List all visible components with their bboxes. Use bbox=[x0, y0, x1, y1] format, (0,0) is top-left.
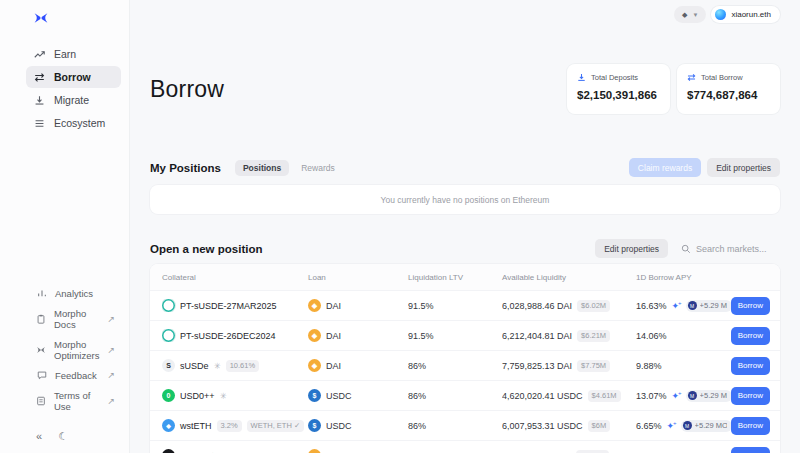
external-link-icon: ↗ bbox=[107, 345, 115, 355]
sidebar-footer: Analytics Morpho Docs ↗ Morpho Optimizer… bbox=[0, 283, 129, 443]
sidebar-item-label: Ecosystem bbox=[54, 117, 105, 129]
collapse-sidebar-icon[interactable]: « bbox=[36, 430, 42, 443]
morpho-reward-badge: M+5.29 MORPHO bbox=[686, 390, 732, 402]
wallet-button[interactable]: xiaorun.eth bbox=[711, 6, 780, 23]
my-positions-header: My Positions Positions Rewards Claim rew… bbox=[150, 158, 780, 177]
external-link-icon: ↗ bbox=[107, 396, 115, 406]
external-link-icon: ↗ bbox=[107, 370, 115, 380]
stat-label: Total Deposits bbox=[591, 73, 638, 82]
chat-icon bbox=[36, 370, 47, 380]
usdc-token-icon bbox=[308, 419, 321, 432]
borrow-button[interactable]: Borrow bbox=[731, 327, 770, 345]
ethereum-icon: ◆ bbox=[682, 11, 687, 19]
table-row[interactable]: PT-sUSDE-26DEC2024 DAI 91.5% 6,212,404.8… bbox=[150, 320, 780, 350]
sidebar-item-feedback[interactable]: Feedback ↗ bbox=[0, 365, 129, 385]
trending-up-icon bbox=[33, 49, 45, 60]
morpho-logo[interactable] bbox=[0, 10, 129, 42]
sidebar-item-morpho-optimizers[interactable]: Morpho Optimizers ↗ bbox=[0, 334, 129, 365]
rewards-sparkle-icon: ✦+ bbox=[672, 390, 681, 401]
column-header: Loan bbox=[308, 273, 408, 282]
borrow-button[interactable]: Borrow bbox=[731, 297, 770, 315]
deposit-down-icon bbox=[577, 73, 586, 82]
borrow-button[interactable]: Borrow bbox=[731, 357, 770, 375]
sidebar-item-label: Borrow bbox=[54, 71, 91, 83]
edit-properties-button[interactable]: Edit properties bbox=[595, 239, 668, 258]
app-root: Earn Borrow Migrate Ecosystem bbox=[0, 0, 800, 453]
column-header: Available Liquidity bbox=[502, 273, 636, 282]
usd-value-badge: $7.75M bbox=[577, 360, 610, 372]
search-icon bbox=[681, 244, 691, 254]
avatar bbox=[715, 9, 726, 20]
usd0-token-icon bbox=[162, 389, 175, 402]
points-sparkle-icon: ✳ bbox=[220, 391, 227, 401]
morpho-reward-badge: M+5.29 MORPHO bbox=[681, 420, 732, 432]
collateral-assets-badge: WETH, ETH ✓ bbox=[247, 420, 305, 432]
usd-value-badge: $6.02M bbox=[577, 300, 610, 312]
sidebar-item-earn[interactable]: Earn bbox=[26, 43, 121, 65]
dai-token-icon bbox=[308, 359, 321, 372]
page-title: Borrow bbox=[150, 76, 224, 103]
apy-badge: 10.61% bbox=[226, 360, 259, 372]
claim-rewards-button[interactable]: Claim rewards bbox=[629, 158, 701, 177]
apy-badge: 3.2% bbox=[217, 420, 242, 432]
total-deposits-value: $2,150,391,866 bbox=[577, 89, 660, 101]
usd-value-badge: $3.11M bbox=[576, 450, 608, 453]
footer-item-label: Terms of Use bbox=[54, 390, 99, 412]
rewards-sparkle-icon: ✦+ bbox=[672, 300, 681, 311]
borrow-button[interactable]: Borrow bbox=[731, 447, 770, 453]
usde-token-icon bbox=[162, 449, 175, 453]
swap-arrows-icon bbox=[687, 73, 696, 82]
stats: Total Deposits $2,150,391,866 Total Borr… bbox=[567, 64, 780, 114]
tab-rewards[interactable]: Rewards bbox=[293, 160, 343, 176]
sidebar-item-terms-of-use[interactable]: Terms of Use ↗ bbox=[0, 385, 129, 416]
markets-table: Collateral Loan Liquidation LTV Availabl… bbox=[150, 264, 780, 453]
table-header-row: Collateral Loan Liquidation LTV Availabl… bbox=[150, 264, 780, 290]
edit-properties-button[interactable]: Edit properties bbox=[707, 158, 780, 177]
tab-positions[interactable]: Positions bbox=[235, 160, 289, 176]
dai-token-icon bbox=[308, 449, 321, 453]
market-search bbox=[681, 244, 780, 254]
file-icon bbox=[36, 396, 46, 406]
dai-token-icon bbox=[308, 329, 321, 342]
search-input[interactable] bbox=[696, 244, 780, 254]
table-row[interactable]: wstETH3.2%WETH, ETH ✓ USDC 86% 6,007,953… bbox=[150, 410, 780, 440]
sidebar-item-label: Migrate bbox=[54, 94, 89, 106]
table-row[interactable]: PT-sUSDE-27MAR2025 DAI 91.5% 6,028,988.4… bbox=[150, 290, 780, 320]
open-position-header: Open a new position Edit properties bbox=[150, 239, 780, 258]
main-content: ◆ ▼ xiaorun.eth Borrow Total Deposits bbox=[130, 0, 800, 453]
sidebar-item-migrate[interactable]: Migrate bbox=[26, 89, 121, 111]
table-row[interactable]: USD0++✳ USDC 86% 4,620,020.41 USDC$4.61M… bbox=[150, 380, 780, 410]
borrow-button[interactable]: Borrow bbox=[731, 417, 770, 435]
clipboard-icon bbox=[36, 314, 46, 324]
sidebar-item-morpho-docs[interactable]: Morpho Docs ↗ bbox=[0, 303, 129, 334]
dai-token-icon bbox=[308, 299, 321, 312]
footer-item-label: Morpho Optimizers bbox=[54, 339, 99, 361]
morpho-token-icon: M bbox=[688, 301, 697, 310]
usd-value-badge: $4.61M bbox=[588, 390, 621, 402]
column-header: Liquidation LTV bbox=[408, 273, 502, 282]
table-row[interactable]: USDe✳ DAI 86% 3,116,588.56 DAI$3.11M 11.… bbox=[150, 440, 780, 453]
sidebar-item-ecosystem[interactable]: Ecosystem bbox=[26, 112, 121, 134]
borrow-button[interactable]: Borrow bbox=[731, 387, 770, 405]
column-header: Collateral bbox=[162, 273, 308, 282]
network-selector[interactable]: ◆ ▼ bbox=[674, 6, 706, 23]
rewards-sparkle-icon: ✦+ bbox=[667, 420, 676, 431]
sidebar-item-borrow[interactable]: Borrow bbox=[26, 66, 121, 88]
positions-tabs: Positions Rewards bbox=[235, 160, 343, 176]
footer-item-label: Morpho Docs bbox=[54, 308, 99, 330]
sidebar: Earn Borrow Migrate Ecosystem bbox=[0, 0, 130, 453]
usd-value-badge: $6.21M bbox=[577, 330, 610, 342]
sidebar-item-analytics[interactable]: Analytics bbox=[0, 283, 129, 303]
points-sparkle-icon: ✳ bbox=[214, 361, 221, 371]
stat-label: Total Borrow bbox=[701, 73, 743, 82]
sidebar-item-label: Earn bbox=[54, 48, 76, 60]
morpho-reward-badge: M+5.29 MORPHO bbox=[686, 300, 732, 312]
footer-item-label: Analytics bbox=[55, 288, 93, 299]
wallet-address: xiaorun.eth bbox=[731, 10, 771, 19]
total-borrow-card: Total Borrow $774,687,864 bbox=[677, 64, 780, 114]
usd-value-badge: $6M bbox=[588, 420, 611, 432]
theme-toggle-icon[interactable]: ☾ bbox=[58, 430, 68, 443]
table-row[interactable]: sUSDe✳10.61% DAI 86% 7,759,825.13 DAI$7.… bbox=[150, 350, 780, 380]
external-link-icon: ↗ bbox=[107, 314, 115, 324]
morpho-token-icon: M bbox=[683, 421, 692, 430]
